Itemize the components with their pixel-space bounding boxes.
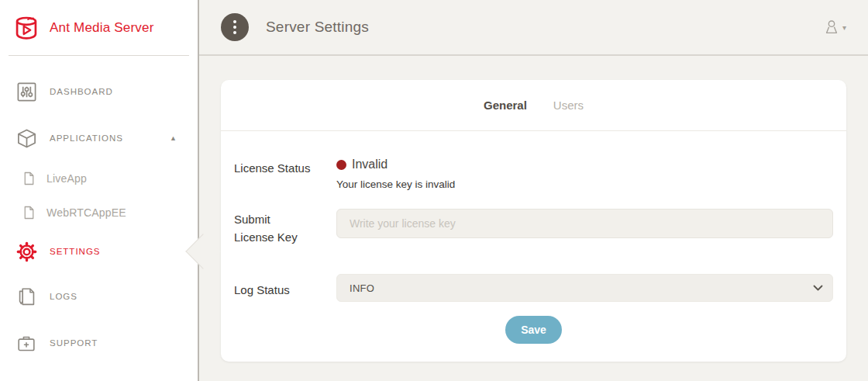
sidebar-item-logs[interactable]: LOGS <box>0 273 198 320</box>
settings-form: License Status Invalid Your license key … <box>221 158 846 344</box>
user-icon <box>823 19 840 36</box>
sidebar-item-applications[interactable]: APPLICATIONS ▲ <box>0 115 198 161</box>
content-area: General Users License Status Invalid You… <box>199 56 868 381</box>
app-window: Ant Media Server DASHBOARD <box>0 0 868 381</box>
tab-bar: General Users <box>221 80 846 131</box>
sidebar-item-label: WebRTCAppEE <box>46 206 126 219</box>
sidebar-item-settings[interactable]: SETTINGS <box>0 230 198 273</box>
status-dot-icon <box>336 160 346 170</box>
log-status-label: Log Status <box>234 274 336 302</box>
dashboard-icon <box>16 81 37 102</box>
applications-icon <box>16 128 37 149</box>
settings-card: General Users License Status Invalid You… <box>221 80 846 362</box>
logs-icon <box>16 286 37 307</box>
sidebar-item-support[interactable]: SUPPORT <box>0 320 198 366</box>
page-title: Server Settings <box>266 19 369 36</box>
page-header: Server Settings ▾ <box>199 0 868 56</box>
save-button[interactable]: Save <box>505 316 562 344</box>
support-icon <box>16 334 37 353</box>
chevron-down-icon: ▾ <box>842 23 846 32</box>
file-icon <box>21 171 36 185</box>
kebab-dot <box>233 31 236 34</box>
log-status-row: Log Status INFO <box>234 274 833 302</box>
license-status-label: License Status <box>234 158 336 190</box>
brand-logo[interactable]: Ant Media Server <box>0 0 198 55</box>
collapse-caret-icon[interactable]: ▲ <box>170 135 177 142</box>
kebab-dot <box>233 20 236 23</box>
license-key-label: Submit License Key <box>234 209 336 246</box>
kebab-dot <box>233 26 236 29</box>
tab-general[interactable]: General <box>484 99 527 112</box>
save-row: Save <box>234 316 833 344</box>
sidebar-item-label: SETTINGS <box>50 247 101 256</box>
license-key-input[interactable] <box>336 209 833 238</box>
sidebar-item-label: SUPPORT <box>50 338 98 348</box>
kebab-menu-button[interactable] <box>221 13 249 41</box>
log-status-select[interactable]: INFO <box>336 274 833 302</box>
tab-users[interactable]: Users <box>553 99 584 112</box>
sidebar-item-liveapp[interactable]: LiveApp <box>0 161 198 196</box>
license-key-row: Submit License Key <box>234 209 833 246</box>
main-area: Server Settings ▾ General Users License … <box>199 0 868 381</box>
license-status-value: Invalid <box>352 158 388 171</box>
license-status-message: Your license key is invalid <box>336 178 833 190</box>
file-icon <box>21 206 36 220</box>
sidebar: Ant Media Server DASHBOARD <box>0 0 199 381</box>
gear-icon <box>16 241 37 262</box>
sidebar-item-webrtcappee[interactable]: WebRTCAppEE <box>0 196 198 230</box>
license-status-row: License Status Invalid Your license key … <box>234 158 833 190</box>
sidebar-item-label: LOGS <box>50 292 78 301</box>
brand-name: Ant Media Server <box>50 20 154 36</box>
sidebar-item-dashboard[interactable]: DASHBOARD <box>0 68 198 115</box>
sidebar-nav: DASHBOARD APPLICATIONS ▲ <box>0 56 198 366</box>
user-menu-button[interactable]: ▾ <box>823 19 846 36</box>
sidebar-item-label: APPLICATIONS <box>50 133 123 143</box>
sidebar-item-label: LiveApp <box>46 172 87 185</box>
ant-media-logo-icon <box>10 12 43 44</box>
sidebar-item-label: DASHBOARD <box>50 87 113 96</box>
